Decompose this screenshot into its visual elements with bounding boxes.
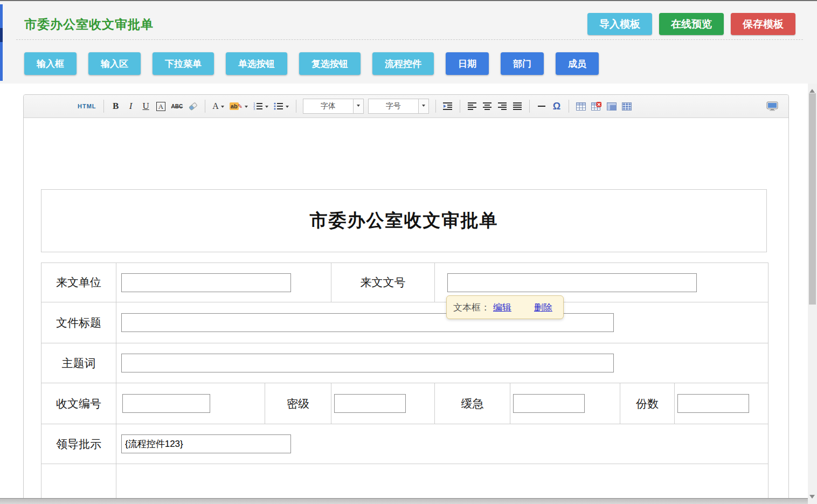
page-title: 市委办公室收文审批单 (24, 16, 154, 33)
online-preview-button[interactable]: 在线预览 (659, 13, 724, 35)
fullscreen-button[interactable] (765, 99, 779, 113)
align-center-button[interactable] (481, 99, 493, 113)
justify-button[interactable] (511, 99, 523, 113)
scroll-up-arrow-icon[interactable] (809, 86, 815, 93)
remove-format-button[interactable] (187, 99, 199, 113)
add-department-button[interactable]: 部门 (501, 52, 544, 75)
font-size-select[interactable]: 字号 (368, 99, 429, 114)
save-template-button[interactable]: 保存模板 (731, 13, 795, 35)
copies-label: 份数 (620, 383, 675, 424)
html-source-icon: HTML (78, 103, 96, 109)
html-source-button[interactable]: HTML (77, 99, 98, 113)
font-family-select[interactable]: 字体 (303, 99, 364, 114)
urgency-input[interactable] (513, 394, 585, 413)
strikethrough-icon: ABC (171, 103, 183, 109)
bold-button[interactable]: B (110, 99, 122, 113)
leader-comments-widget-input[interactable] (121, 434, 291, 453)
form-template-designer: { "colors": { "title_green": "#339933", … (0, 0, 817, 504)
security-level-input[interactable] (334, 394, 406, 413)
italic-button[interactable]: I (125, 99, 137, 113)
add-date-button[interactable]: 日期 (446, 52, 489, 75)
subject-words-input[interactable] (121, 354, 614, 372)
delete-table-button[interactable] (590, 99, 603, 113)
window-top-edge (0, 0, 817, 1)
dropdown-arrow[interactable] (418, 99, 428, 113)
svg-text:3: 3 (253, 107, 255, 111)
font-style-button[interactable]: A (155, 99, 167, 113)
form-title: 市委办公室收文审批单 (310, 209, 498, 233)
indent-icon (443, 102, 453, 111)
add-checkbox-button[interactable]: 复选按钮 (299, 52, 361, 75)
horizontal-scrollbar-track[interactable] (0, 498, 808, 504)
boxed-font-icon: A (156, 102, 165, 111)
editor-canvas[interactable]: 市委办公室收文审批单 来文单位 来文文号 文件标题 主题词 收文 (24, 118, 788, 504)
underline-button[interactable]: U (140, 99, 152, 113)
vertical-scrollbar[interactable] (808, 84, 817, 504)
insert-table-icon (576, 102, 586, 111)
fullscreen-monitor-icon (766, 101, 778, 111)
chevron-down-icon (357, 105, 360, 108)
widget-type-label: 文本框： (453, 301, 490, 314)
toolbar-separator (435, 100, 436, 113)
special-character-button[interactable]: Ω (551, 99, 563, 113)
toolbar-separator (529, 100, 530, 113)
align-right-button[interactable] (496, 99, 508, 113)
chevron-down-icon (286, 106, 289, 109)
widget-tooltip: 文本框： 编辑 删除 (446, 295, 564, 319)
left-window-edge (0, 4, 3, 81)
delete-widget-link[interactable]: 删除 (534, 301, 552, 314)
font-size-value: 字号 (369, 99, 418, 113)
dropdown-arrow[interactable] (353, 99, 363, 113)
align-right-icon (498, 102, 507, 110)
italic-icon: I (129, 101, 133, 112)
incoming-number-input[interactable] (447, 273, 697, 292)
align-left-icon (468, 102, 476, 110)
font-color-icon: A (212, 101, 219, 111)
table-cell-properties-button[interactable] (606, 99, 618, 113)
highlight-color-button[interactable]: ab ✎ (229, 99, 249, 113)
app-header: 市委办公室收文审批单 导入模板 在线预览 保存模板 输入框 输入区 下拉菜单 单… (0, 1, 817, 84)
edit-widget-link[interactable]: 编辑 (493, 301, 511, 314)
insert-table-button[interactable] (575, 99, 587, 113)
ordered-list-button[interactable]: 123 (252, 99, 269, 113)
component-toolbar: 输入框 输入区 下拉菜单 单选按钮 复选按钮 流程控件 日期 部门 成员 (24, 52, 599, 75)
richtext-editor: HTML B I U A ABC A (23, 94, 789, 504)
indent-button[interactable] (442, 99, 454, 113)
delete-table-icon (591, 102, 601, 111)
horizontal-rule-icon (537, 102, 546, 110)
doc-title-label: 文件标题 (41, 302, 116, 343)
ordered-list-icon: 123 (253, 102, 263, 111)
add-textarea-button[interactable]: 输入区 (88, 52, 141, 75)
scroll-down-arrow-icon[interactable] (809, 495, 815, 501)
font-color-button[interactable]: A (211, 99, 225, 113)
align-left-button[interactable] (466, 99, 478, 113)
horizontal-rule-button[interactable] (536, 99, 548, 113)
table-row: 主题词 (41, 343, 768, 383)
form-table: 来文单位 来文文号 文件标题 主题词 收文编号 密级 缓急 份数 (41, 263, 768, 504)
copies-input[interactable] (677, 394, 749, 413)
receipt-number-input[interactable] (122, 394, 210, 413)
add-radio-button[interactable]: 单选按钮 (226, 52, 287, 75)
header-divider (16, 39, 803, 40)
add-flow-widget-button[interactable]: 流程控件 (372, 52, 434, 75)
import-template-button[interactable]: 导入模板 (587, 13, 652, 35)
incoming-unit-input[interactable] (121, 273, 291, 292)
urgency-label: 缓急 (435, 383, 510, 424)
table-row: 领导批示 (41, 424, 768, 464)
omega-icon: Ω (553, 101, 560, 112)
unordered-list-button[interactable] (273, 99, 290, 113)
add-member-button[interactable]: 成员 (556, 52, 599, 75)
align-center-icon (483, 102, 491, 110)
editor-toolbar: HTML B I U A ABC A (24, 95, 788, 118)
full-table-button[interactable] (621, 99, 633, 113)
add-input-box-button[interactable]: 输入框 (24, 52, 77, 75)
table-row: 收文编号 密级 缓急 份数 (41, 383, 768, 424)
scrollbar-thumb[interactable] (809, 93, 816, 305)
toolbar-separator (205, 100, 205, 113)
incoming-unit-label: 来文单位 (41, 263, 116, 302)
security-level-label: 密级 (265, 383, 331, 424)
toolbar-separator (569, 100, 569, 113)
add-dropdown-button[interactable]: 下拉菜单 (153, 52, 214, 75)
strikethrough-button[interactable]: ABC (170, 99, 184, 113)
bold-icon: B (113, 101, 119, 112)
